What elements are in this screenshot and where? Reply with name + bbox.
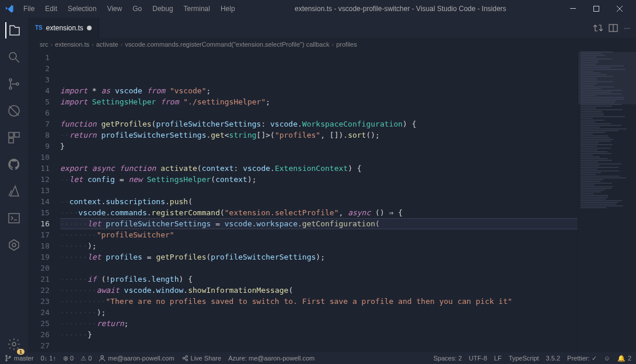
- code-editor[interactable]: import * as vscode from "vscode";import …: [60, 51, 578, 352]
- extensions-icon[interactable]: [6, 130, 22, 146]
- line-number: 24: [28, 307, 50, 318]
- settings-badge: 1: [17, 349, 25, 355]
- tab-label: extension.ts: [46, 24, 83, 32]
- svg-point-2: [9, 52, 16, 60]
- language-status[interactable]: TypeScript: [509, 355, 539, 362]
- split-editor-icon[interactable]: [609, 23, 618, 33]
- window-title: extension.ts - vscode-profile-switcher -…: [240, 5, 561, 13]
- breadcrumb-item[interactable]: vscode.commands.registerCommand("extensi…: [125, 41, 329, 48]
- line-number: 23: [28, 296, 50, 307]
- breadcrumb-item[interactable]: extension.ts: [55, 41, 89, 48]
- breadcrumb-item[interactable]: profiles: [336, 41, 357, 48]
- line-number: 2: [28, 63, 50, 74]
- code-line[interactable]: ········);: [60, 307, 578, 318]
- breadcrumb[interactable]: src › extension.ts › activate › vscode.c…: [28, 38, 636, 51]
- line-number: 6: [28, 107, 50, 118]
- code-line[interactable]: [60, 185, 578, 196]
- source-control-icon[interactable]: [6, 76, 22, 92]
- menu-file[interactable]: File: [19, 2, 39, 15]
- code-line[interactable]: ··········"There are no profiles saved t…: [60, 296, 578, 307]
- line-number: 13: [28, 185, 50, 196]
- line-number: 1: [28, 52, 50, 63]
- code-line[interactable]: ······}: [60, 329, 578, 340]
- svg-rect-7: [9, 132, 13, 137]
- menu-edit[interactable]: Edit: [40, 2, 62, 15]
- chevron-right-icon: ›: [51, 41, 53, 48]
- github-icon[interactable]: [6, 156, 22, 173]
- code-line[interactable]: ········await vscode.window.showInformat…: [60, 285, 578, 296]
- breadcrumb-item[interactable]: src: [40, 41, 48, 48]
- explorer-icon[interactable]: [5, 22, 22, 38]
- code-line[interactable]: [60, 107, 578, 118]
- maximize-button[interactable]: [585, 0, 608, 18]
- azure-icon[interactable]: [6, 183, 22, 200]
- menu-view[interactable]: View: [102, 2, 127, 15]
- encoding-status[interactable]: UTF-8: [469, 355, 487, 362]
- git-branch[interactable]: master: [5, 355, 34, 362]
- settings-gear-icon[interactable]: 1: [6, 336, 22, 352]
- code-line[interactable]: ······let profile = await vscode.window.…: [60, 351, 578, 352]
- menu-debug[interactable]: Debug: [148, 2, 177, 15]
- close-button[interactable]: [608, 0, 631, 18]
- compare-changes-icon[interactable]: [593, 23, 603, 33]
- problems-warnings[interactable]: ⚠ 0: [81, 355, 92, 362]
- minimap[interactable]: [578, 51, 636, 352]
- azure-status[interactable]: Azure: me@aaron-powell.com: [228, 355, 314, 362]
- terminal-icon[interactable]: [6, 210, 22, 226]
- code-line[interactable]: function getProfiles(profileSwitcherSett…: [60, 118, 578, 130]
- more-actions-icon[interactable]: ···: [624, 23, 630, 32]
- code-line[interactable]: ······);: [60, 240, 578, 251]
- feedback-icon[interactable]: ☺: [604, 355, 610, 362]
- code-line[interactable]: [60, 262, 578, 274]
- eol-status[interactable]: LF: [494, 355, 502, 362]
- svg-point-5: [16, 83, 19, 85]
- notifications-icon[interactable]: 🔔 2: [617, 355, 631, 362]
- code-line[interactable]: import SettingsHelper from "./settingsHe…: [60, 96, 578, 107]
- svg-marker-11: [9, 240, 19, 250]
- code-line[interactable]: ····vscode.commands.registerCommand("ext…: [60, 207, 578, 218]
- menu-help[interactable]: Help: [216, 2, 240, 15]
- menu-go[interactable]: Go: [128, 2, 146, 15]
- chevron-right-icon: ›: [121, 41, 123, 48]
- line-number: 10: [28, 152, 50, 163]
- line-number: 7: [28, 118, 50, 130]
- code-line[interactable]: ··return profileSwitcherSettings.get<str…: [60, 130, 578, 141]
- code-line[interactable]: [60, 340, 578, 351]
- svg-point-16: [6, 360, 7, 361]
- prettier-status[interactable]: Prettier: ✓: [567, 355, 597, 362]
- debug-icon[interactable]: [6, 103, 22, 119]
- svg-point-19: [183, 358, 184, 359]
- breadcrumb-item[interactable]: activate: [96, 41, 118, 48]
- line-number: 17: [28, 229, 50, 240]
- code-line[interactable]: ······if (!profiles.length) {: [60, 274, 578, 285]
- chevron-right-icon: ›: [332, 41, 334, 48]
- code-line[interactable]: import * as vscode from "vscode";: [60, 85, 578, 96]
- problems-errors[interactable]: ⊗ 0: [63, 355, 74, 362]
- minimize-button[interactable]: [561, 0, 585, 18]
- line-number: 26: [28, 329, 50, 340]
- gutter: 1234567891011121314151617181920212223242…: [28, 51, 60, 352]
- code-line[interactable]: ··context.subscriptions.push(: [60, 196, 578, 207]
- line-number: 16: [28, 218, 50, 229]
- kubernetes-icon[interactable]: [6, 237, 22, 253]
- code-line[interactable]: ········"profileSwitcher": [60, 229, 578, 240]
- git-sync[interactable]: 0↓ 1↑: [41, 355, 56, 362]
- tab-extension-ts[interactable]: TS extension.ts: [28, 18, 99, 38]
- code-line[interactable]: }: [60, 141, 578, 152]
- live-share[interactable]: Live Share: [181, 355, 222, 362]
- menu-terminal[interactable]: Terminal: [179, 2, 215, 15]
- line-number: 20: [28, 262, 50, 274]
- code-line[interactable]: ······let profiles = getProfiles(profile…: [60, 251, 578, 262]
- svg-point-18: [101, 356, 104, 359]
- titlebar: FileEditSelectionViewGoDebugTerminalHelp…: [0, 0, 636, 18]
- menu-selection[interactable]: Selection: [63, 2, 101, 15]
- indentation-status[interactable]: Spaces: 2: [434, 355, 462, 362]
- search-icon[interactable]: [6, 49, 22, 65]
- account-status[interactable]: me@aaron-powell.com: [99, 355, 174, 362]
- chevron-right-icon: ›: [92, 41, 94, 48]
- code-line[interactable]: [60, 152, 578, 163]
- code-line[interactable]: export async function activate(context: …: [60, 163, 578, 174]
- code-line[interactable]: ········return;: [60, 318, 578, 329]
- ts-version[interactable]: 3.5.2: [546, 355, 560, 362]
- code-line[interactable]: ··let config = new SettingsHelper(contex…: [60, 174, 578, 185]
